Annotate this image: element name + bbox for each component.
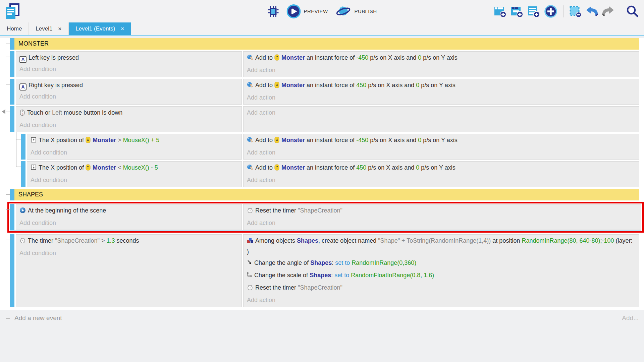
condition-line[interactable]: The timer "ShapeCreation" > 1.3 seconds <box>16 235 241 248</box>
actions-cell[interactable]: Add to Monster an instant force of 450 p… <box>243 79 639 105</box>
toolbar-separator <box>620 5 620 17</box>
conditions-cell[interactable]: At the beginning of the sceneAdd conditi… <box>16 204 242 230</box>
tab-level1-events[interactable]: Level1 (Events)✕ <box>69 22 131 35</box>
add-action-button[interactable]: Add action <box>244 295 639 306</box>
text-segment: Shapes <box>297 237 318 244</box>
delete-selection-button[interactable] <box>569 4 583 18</box>
condition-line[interactable]: ALeft key is pressed <box>16 52 241 64</box>
monster-object-icon <box>86 137 91 146</box>
add-condition-button[interactable]: Add condition <box>16 120 241 131</box>
debugger-button[interactable] <box>267 5 280 18</box>
actions-cell[interactable]: Add to Monster an instant force of -450 … <box>243 134 639 160</box>
text-segment: 450 <box>356 164 366 171</box>
tab-close-icon[interactable]: ✕ <box>120 26 124 32</box>
add-subevent-icon <box>511 5 523 18</box>
event-row[interactable]: The timer "ShapeCreation" > 1.3 secondsA… <box>10 234 639 307</box>
event-row[interactable]: Touch or Left mouse button is downAdd co… <box>10 106 639 132</box>
action-line[interactable]: Reset the timer "ShapeCreation" <box>244 282 639 295</box>
text-segment: Left <box>52 109 62 116</box>
action-line[interactable]: Add to Monster an instant force of 450 p… <box>244 80 639 92</box>
actions-cell[interactable]: Among objects Shapes, create object name… <box>243 234 639 307</box>
text-segment: : <box>332 259 335 266</box>
add-action-button[interactable]: Add action <box>244 218 641 229</box>
text-segment: set to <box>335 259 352 266</box>
conditions-cell[interactable]: ALeft key is pressedAdd condition <box>16 51 242 77</box>
force-icon <box>247 54 253 64</box>
actions-cell[interactable]: Add to Monster an instant force of -450 … <box>243 51 639 77</box>
publish-button[interactable]: PUBLISH <box>334 4 377 19</box>
add-condition-button[interactable]: Add condition <box>16 64 241 75</box>
add-condition-button[interactable]: Add condition <box>16 218 241 229</box>
action-line[interactable]: Add to Monster an instant force of -450 … <box>244 52 639 65</box>
add-comment-button[interactable] <box>527 4 541 18</box>
keyboard-key-icon: A <box>19 83 26 90</box>
publish-label: PUBLISH <box>354 8 377 14</box>
preview-button[interactable]: PREVIEW <box>286 4 329 19</box>
action-line[interactable]: Change the angle of Shapes: set to Rando… <box>244 257 639 270</box>
action-line[interactable]: Add to Monster an instant force of -450 … <box>244 135 639 147</box>
conditions-cell[interactable]: The timer "ShapeCreation" > 1.3 secondsA… <box>16 234 242 307</box>
condition-line[interactable]: The X position of Monster > MouseX() + 5 <box>27 135 241 147</box>
conditions-cell[interactable]: ARight key is pressedAdd condition <box>16 79 242 105</box>
action-line[interactable]: Change the scale of Shapes: set to Rando… <box>244 270 639 282</box>
add-event-button[interactable] <box>493 4 507 18</box>
tab-home[interactable]: Home <box>0 22 29 35</box>
condition-line[interactable]: Touch or Left mouse button is down <box>16 107 241 120</box>
event-row[interactable]: The X position of Monster < MouseX() - 5… <box>21 161 639 187</box>
text-segment: Change the scale of <box>254 272 310 279</box>
group-header-monster[interactable]: MONSTER <box>10 38 639 50</box>
action-line[interactable]: Add to Monster an instant force of 450 p… <box>244 162 639 175</box>
conditions-cell[interactable]: The X position of Monster < MouseX() - 5… <box>27 161 242 187</box>
add-condition-button[interactable]: Add condition <box>16 248 241 259</box>
tab-close-icon[interactable]: ✕ <box>58 26 62 32</box>
toolbar-separator <box>563 5 564 17</box>
event-row[interactable]: ALeft key is pressedAdd conditionAdd to … <box>10 51 639 77</box>
actions-cell[interactable]: Add action <box>243 106 639 132</box>
text-segment: -450 <box>356 137 368 143</box>
undo-button[interactable] <box>585 5 599 17</box>
collapse-marker-icon[interactable] <box>2 109 5 114</box>
action-line[interactable]: Reset the timer "ShapeCreation" <box>244 205 641 218</box>
add-action-button[interactable]: Add action <box>244 92 639 103</box>
event-row[interactable]: ARight key is pressedAdd conditionAdd to… <box>10 79 639 105</box>
condition-line[interactable]: ARight key is pressed <box>16 80 241 91</box>
tree-line <box>6 57 10 57</box>
condition-line[interactable]: At the beginning of the scene <box>16 205 241 218</box>
text-segment: Add to <box>255 82 274 88</box>
actions-cell[interactable]: Reset the timer "ShapeCreation"Add actio… <box>243 204 641 230</box>
add-more-button[interactable] <box>543 4 558 19</box>
add-action-button[interactable]: Add action <box>244 65 639 76</box>
event-row[interactable]: At the beginning of the sceneAdd conditi… <box>10 204 641 231</box>
add-action-button[interactable]: Add action <box>244 107 639 118</box>
text-segment: Touch or <box>27 109 52 116</box>
add-action-button[interactable]: Add action <box>244 175 639 186</box>
conditions-cell[interactable]: Touch or Left mouse button is downAdd co… <box>16 106 242 132</box>
conditions-cell[interactable]: The X position of Monster > MouseX() + 5… <box>27 134 242 160</box>
actions-cell[interactable]: Add to Monster an instant force of 450 p… <box>243 161 639 187</box>
delete-selection-icon <box>569 5 582 18</box>
group-header-shapes[interactable]: SHAPES <box>10 189 639 200</box>
event-color-bar <box>21 134 25 160</box>
action-line[interactable]: Among objects Shapes, create object name… <box>244 235 639 257</box>
tab-level1[interactable]: Level1✕ <box>29 22 69 35</box>
tree-line <box>6 194 10 195</box>
add-more-link[interactable]: Add... <box>622 314 639 322</box>
add-subevent-button[interactable] <box>510 4 524 18</box>
event-color-bar <box>10 79 14 105</box>
search-button[interactable] <box>625 4 640 19</box>
text-segment: Monster <box>281 54 305 61</box>
debugger-icon <box>267 6 279 17</box>
text-segment: p/s on Y axis <box>419 164 455 171</box>
add-new-event-button[interactable]: Add a new event <box>14 314 62 322</box>
add-condition-button[interactable]: Add condition <box>27 147 241 158</box>
add-condition-button[interactable]: Add condition <box>16 91 241 102</box>
project-manager-button[interactable] <box>4 3 21 20</box>
text-segment: p/s on X axis and <box>368 54 418 61</box>
text-segment: Monster <box>93 164 116 171</box>
redo-button[interactable] <box>601 5 615 17</box>
add-action-button[interactable]: Add action <box>244 147 639 158</box>
event-row[interactable]: The X position of Monster > MouseX() + 5… <box>21 134 639 160</box>
condition-line[interactable]: The X position of Monster < MouseX() - 5 <box>27 162 241 175</box>
add-condition-button[interactable]: Add condition <box>27 175 241 186</box>
text-segment: Monster <box>93 137 116 143</box>
